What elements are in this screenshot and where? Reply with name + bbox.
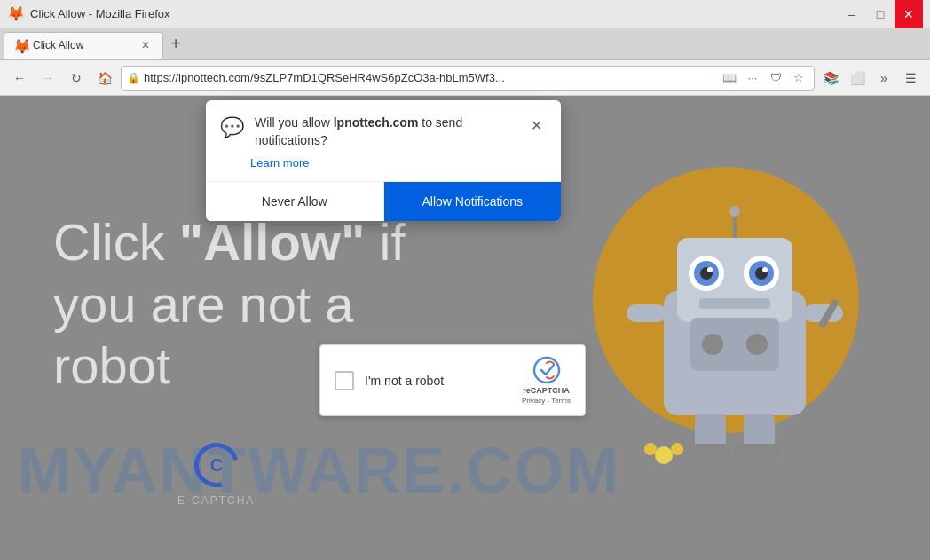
minimize-button[interactable]: – <box>838 0 866 28</box>
privacy-link[interactable]: Privacy <box>522 397 545 405</box>
firefox-icon: 🦊 <box>7 5 25 23</box>
ecaptcha-label: E-CAPTCHA <box>177 494 255 507</box>
ecaptcha-logo: C E-CAPTCHA <box>177 443 255 507</box>
ecaptcha-c-letter: C <box>209 454 222 475</box>
tab-close-button[interactable]: ✕ <box>138 37 154 53</box>
synced-tabs-button[interactable]: ⬜ <box>845 66 870 91</box>
notification-icon: 💬 <box>220 116 244 139</box>
svg-rect-12 <box>699 298 770 309</box>
recaptcha-brand: reCAPTCHA <box>523 386 570 395</box>
active-tab[interactable]: 🦊 Click Allow ✕ <box>4 32 163 59</box>
title-bar-left: 🦊 Click Allow - Mozilla Firefox <box>7 5 169 23</box>
watermark: MYANTWARE.COM <box>18 434 620 507</box>
svg-point-23 <box>655 446 673 464</box>
svg-point-24 <box>671 443 683 455</box>
menu-button[interactable]: ☰ <box>898 66 923 91</box>
svg-rect-22 <box>735 444 779 458</box>
reload-button[interactable]: ↻ <box>64 66 89 91</box>
svg-point-14 <box>702 334 723 355</box>
url-input[interactable] <box>144 71 716 84</box>
close-button[interactable]: ✕ <box>895 0 923 28</box>
svg-rect-21 <box>686 444 730 458</box>
ecaptcha-icon: C <box>186 435 247 495</box>
shield-button[interactable]: 🛡 <box>766 68 785 88</box>
page-text-bold: "Allow" <box>179 213 366 271</box>
recaptcha-logo-icon <box>532 356 561 384</box>
never-allow-button[interactable]: Never Allow <box>206 182 384 221</box>
svg-point-10 <box>707 267 713 272</box>
notification-close-button[interactable]: ✕ <box>525 114 547 136</box>
robot-area <box>557 167 859 469</box>
toolbar-right: 📚 ⬜ » ☰ <box>818 66 923 91</box>
robot-illustration <box>611 202 859 469</box>
reader-view-button[interactable]: 📖 <box>720 68 739 88</box>
allow-notifications-button[interactable]: Allow Notifications <box>384 182 562 221</box>
svg-rect-16 <box>627 304 666 322</box>
page-text-start: Click <box>53 213 179 271</box>
recaptcha-svg <box>532 356 561 384</box>
address-icons-right: 📖 ··· 🛡 ☆ <box>720 68 808 88</box>
forward-button[interactable]: → <box>35 66 60 91</box>
tab-title: Click Allow <box>33 39 132 51</box>
new-tab-button[interactable]: + <box>163 32 188 57</box>
notification-text-area: Will you allow lpnottech.com to send not… <box>255 114 515 149</box>
notification-site-name: lpnottech.com <box>334 115 419 130</box>
notification-question-start: Will you allow <box>255 115 334 130</box>
address-bar[interactable]: 🔒 📖 ··· 🛡 ☆ <box>121 66 815 91</box>
recaptcha-widget: I'm not a robot reCAPTCHA Privacy - Term… <box>319 344 586 416</box>
notification-buttons: Never Allow Allow Notifications <box>206 181 561 221</box>
more-tools-button[interactable]: » <box>871 66 896 91</box>
security-icon: 🔒 <box>127 72 140 84</box>
svg-point-3 <box>729 206 740 217</box>
notification-popup: 💬 Will you allow lpnottech.com to send n… <box>206 100 561 221</box>
title-bar-controls: – □ ✕ <box>838 0 923 28</box>
tab-bar: 🦊 Click Allow ✕ + <box>0 28 930 60</box>
title-bar: 🦊 Click Allow - Mozilla Firefox – □ ✕ <box>0 0 930 28</box>
captcha-checkbox[interactable] <box>335 371 354 390</box>
learn-more-link[interactable]: Learn more <box>250 156 309 170</box>
svg-point-25 <box>644 443 657 455</box>
window-title: Click Allow - Mozilla Firefox <box>30 7 169 20</box>
captcha-right: reCAPTCHA Privacy - Terms <box>522 356 571 405</box>
maximize-button[interactable]: □ <box>866 0 895 28</box>
captcha-label: I'm not a robot <box>365 374 511 388</box>
bookmark-button[interactable]: ☆ <box>789 68 808 88</box>
back-button[interactable]: ← <box>7 66 32 91</box>
main-content: MYANTWARE.COM Click "Allow" if you are n… <box>0 96 930 560</box>
notification-header: 💬 Will you allow lpnottech.com to send n… <box>206 100 561 149</box>
recaptcha-links: Privacy - Terms <box>522 397 571 405</box>
notification-learn-more: Learn more <box>206 149 561 170</box>
home-button[interactable]: 🏠 <box>92 66 117 91</box>
svg-point-15 <box>746 334 768 355</box>
tab-favicon: 🦊 <box>13 38 28 52</box>
terms-link[interactable]: Terms <box>551 397 571 405</box>
notification-question: Will you allow lpnottech.com to send not… <box>255 115 462 147</box>
more-button[interactable]: ··· <box>743 68 762 88</box>
library-button[interactable]: 📚 <box>818 66 843 91</box>
svg-point-11 <box>762 267 768 272</box>
nav-bar: ← → ↻ 🏠 🔒 📖 ··· 🛡 ☆ 📚 ⬜ » ☰ <box>0 60 930 96</box>
